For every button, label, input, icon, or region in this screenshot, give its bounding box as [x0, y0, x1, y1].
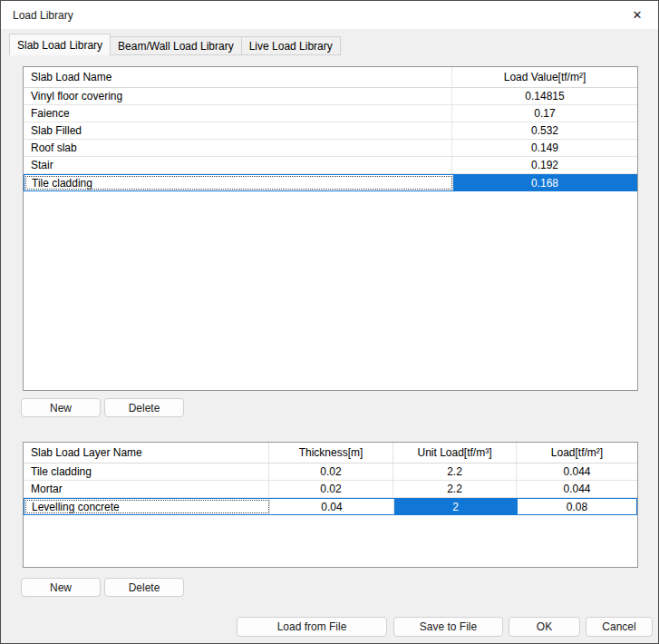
- table-row[interactable]: Faience 0.17: [24, 105, 637, 122]
- slab-value-cell[interactable]: 0.532: [452, 122, 637, 139]
- slab-value-cell[interactable]: 0.17: [452, 105, 637, 122]
- slab-value-cell[interactable]: 0.149: [452, 140, 637, 156]
- layer-delete-button[interactable]: Delete: [104, 578, 184, 597]
- titlebar[interactable]: Load Library ✕: [1, 1, 658, 29]
- layer-thickness-cell[interactable]: 0.02: [269, 463, 393, 480]
- close-icon: ✕: [633, 8, 643, 22]
- tab-strip: Slab Load Library Beam/Wall Load Library…: [9, 34, 341, 55]
- column-header-load-value: Load Value[tf/m²]: [452, 67, 637, 87]
- layer-table-header-row: Slab Load Layer Name Thickness[m] Unit L…: [24, 443, 637, 463]
- table-row[interactable]: Stair 0.192: [24, 157, 637, 174]
- slab-value-cell[interactable]: 0.192: [452, 157, 637, 173]
- tab-slab-load-library[interactable]: Slab Load Library: [9, 34, 111, 55]
- slab-name-cell[interactable]: Faience: [24, 105, 452, 122]
- layer-thickness-cell[interactable]: 0.02: [269, 481, 393, 497]
- slab-value-cell[interactable]: 0.14815: [452, 88, 637, 104]
- slab-name-cell[interactable]: Roof slab: [24, 140, 452, 156]
- tab-live-load-library[interactable]: Live Load Library: [242, 36, 341, 55]
- load-from-file-button[interactable]: Load from File: [237, 617, 387, 637]
- ok-button[interactable]: OK: [509, 617, 580, 637]
- table-row-selected[interactable]: Levelling concrete 0.04 2 0.08: [24, 498, 637, 515]
- column-header-load: Load[tf/m²]: [517, 443, 637, 463]
- layer-load-cell[interactable]: 0.08: [518, 499, 636, 514]
- slab-name-cell[interactable]: Slab Filled: [24, 122, 452, 139]
- slab-load-table[interactable]: Slab Load Name Load Value[tf/m²] Vinyl f…: [23, 66, 638, 391]
- slab-name-cell[interactable]: Stair: [24, 157, 452, 173]
- layer-name-cell[interactable]: Mortar: [24, 481, 269, 497]
- close-button[interactable]: ✕: [616, 1, 658, 28]
- save-to-file-button[interactable]: Save to File: [393, 617, 503, 637]
- table-row[interactable]: Roof slab 0.149: [24, 140, 637, 157]
- layer-load-cell[interactable]: 0.044: [517, 481, 637, 497]
- layer-name-cell[interactable]: Tile cladding: [24, 463, 269, 480]
- layer-unit-load-cell[interactable]: 2.2: [393, 463, 517, 480]
- load-library-dialog: Load Library ✕ Slab Load Library Beam/Wa…: [0, 0, 659, 644]
- column-header-unit-load: Unit Load[tf/m³]: [393, 443, 517, 463]
- slab-value-cell[interactable]: 0.168: [453, 175, 636, 190]
- column-header-layer-name: Slab Load Layer Name: [24, 443, 269, 463]
- layer-unit-load-cell[interactable]: 2: [394, 499, 518, 514]
- cancel-button[interactable]: Cancel: [586, 617, 653, 637]
- slab-delete-button[interactable]: Delete: [104, 398, 184, 417]
- tab-beam-wall-load-library[interactable]: Beam/Wall Load Library: [111, 36, 242, 55]
- slab-name-cell[interactable]: Tile cladding: [24, 175, 453, 190]
- slab-table-header-row: Slab Load Name Load Value[tf/m²]: [24, 67, 637, 88]
- table-row-selected[interactable]: Tile cladding 0.168: [24, 174, 637, 191]
- layer-name-cell[interactable]: Levelling concrete: [24, 499, 270, 514]
- table-row[interactable]: Mortar 0.02 2.2 0.044: [24, 481, 637, 498]
- slab-new-button[interactable]: New: [21, 398, 101, 417]
- layer-load-cell[interactable]: 0.044: [517, 463, 637, 480]
- layer-thickness-cell[interactable]: 0.04: [270, 499, 394, 514]
- layer-unit-load-cell[interactable]: 2.2: [393, 481, 517, 497]
- slab-name-cell[interactable]: Vinyl floor covering: [24, 88, 452, 104]
- table-row[interactable]: Tile cladding 0.02 2.2 0.044: [24, 463, 637, 481]
- column-header-thickness: Thickness[m]: [269, 443, 393, 463]
- layer-new-button[interactable]: New: [21, 578, 101, 597]
- table-row[interactable]: Vinyl floor covering 0.14815: [24, 88, 637, 105]
- window-title: Load Library: [1, 9, 73, 22]
- table-row[interactable]: Slab Filled 0.532: [24, 122, 637, 140]
- slab-load-layer-table[interactable]: Slab Load Layer Name Thickness[m] Unit L…: [23, 442, 638, 568]
- column-header-slab-load-name: Slab Load Name: [24, 67, 452, 87]
